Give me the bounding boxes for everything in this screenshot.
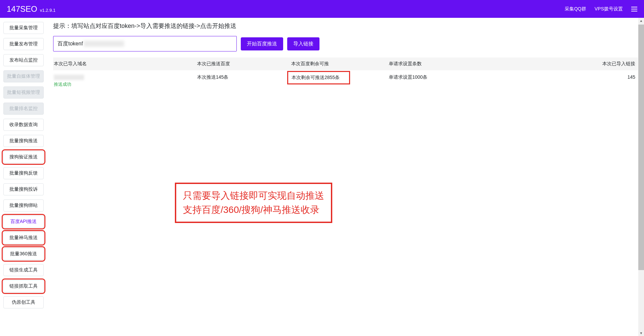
sidebar-item-video-manage: 批量短视频管理: [3, 86, 44, 99]
push-success-text: 推送成功: [54, 81, 197, 87]
sidebar-item-shenma-push[interactable]: 批量神马推送: [3, 232, 44, 244]
header: 147SEO v1.2.9.1 采集QQ群 VPS拨号设置: [0, 0, 644, 18]
sidebar-item-sogou-bind[interactable]: 批量搜狗绑站: [3, 199, 44, 212]
sidebar-item-sogou-complaint[interactable]: 批量搜狗投诉: [3, 183, 44, 195]
hamburger-menu-icon[interactable]: [631, 7, 637, 11]
import-links-button[interactable]: 导入链接: [287, 37, 319, 50]
main-content: 提示：填写站点对应百度token->导入需要推送的链接->点击开始推送 百度to…: [47, 18, 644, 336]
th-remaining: 本次百度剩余可推: [291, 61, 389, 67]
sidebar-item-batch-publish[interactable]: 批量发布管理: [3, 38, 44, 50]
header-right: 采集QQ群 VPS拨号设置: [565, 6, 637, 12]
sidebar-item-publish-monitor[interactable]: 发布站点监控: [3, 54, 44, 66]
sidebar-item-360-push[interactable]: 批量360推送: [3, 248, 44, 260]
vps-settings-link[interactable]: VPS拨号设置: [595, 6, 623, 12]
sidebar-item-batch-collect[interactable]: 批量采集管理: [3, 22, 44, 34]
annotation-line1: 只需要导入链接即可实现自动推送: [183, 189, 324, 203]
qq-group-link[interactable]: 采集QQ群: [565, 6, 586, 12]
td-domain: 推送成功: [53, 74, 197, 87]
sidebar-item-link-gen[interactable]: 链接生成工具: [3, 264, 44, 276]
app-version: v1.2.9.1: [40, 8, 55, 13]
results-table: 本次已导入域名 本次已推送百度 本次百度剩余可推 单请求设置条数 本次已导入链接…: [53, 58, 638, 89]
sidebar-item-rewrite-tool[interactable]: 伪原创工具: [3, 296, 44, 308]
th-pushed: 本次已推送百度: [197, 61, 291, 67]
header-left: 147SEO v1.2.9.1: [7, 4, 55, 14]
sidebar-item-rank-monitor: 批量排名监控: [3, 103, 44, 115]
table-header: 本次已导入域名 本次已推送百度 本次百度剩余可推 单请求设置条数 本次已导入链接: [53, 58, 638, 70]
sidebar-item-sogou-feedback[interactable]: 批量搜狗反馈: [3, 167, 44, 179]
domain-blurred: [54, 75, 84, 80]
token-blurred: [84, 41, 124, 47]
start-push-button[interactable]: 开始百度推送: [241, 37, 283, 50]
sidebar-item-baidu-api[interactable]: 百度API推送: [3, 216, 44, 228]
scrollbar-down-icon[interactable]: ▼: [638, 330, 644, 336]
th-per-request: 单请求设置条数: [389, 61, 585, 67]
app-title: 147SEO: [7, 4, 37, 14]
baidu-token-input[interactable]: 百度tokenf: [53, 36, 237, 51]
td-imported: 145: [585, 74, 638, 87]
controls-row: 百度tokenf 开始百度推送 导入链接: [53, 36, 638, 51]
table-row: 推送成功 本次推送145条 本次剩余可推送2855条 单请求设置1000条 14…: [53, 70, 638, 89]
sidebar-item-sogou-verify[interactable]: 搜狗验证推送: [3, 151, 44, 163]
annotation-line2: 支持百度/360/搜狗/神马推送收录: [183, 203, 324, 217]
scrollbar[interactable]: ▲ ▼: [638, 18, 644, 336]
td-remaining: 本次剩余可推送2855条: [291, 74, 389, 87]
scrollbar-up-icon[interactable]: ▲: [638, 18, 644, 24]
hint-text: 提示：填写站点对应百度token->导入需要推送的链接->点击开始推送: [53, 22, 638, 30]
th-domain: 本次已导入域名: [53, 61, 197, 67]
sidebar: 批量采集管理 批量发布管理 发布站点监控 批量自媒体管理 批量短视频管理 批量排…: [0, 18, 47, 336]
sidebar-item-index-query[interactable]: 收录数据查询: [3, 119, 44, 131]
remaining-highlight: 本次剩余可推送2855条: [287, 71, 350, 84]
scrollbar-thumb[interactable]: [638, 25, 644, 270]
td-per-request: 单请求设置1000条: [389, 74, 585, 87]
sidebar-item-media-manage: 批量自媒体管理: [3, 70, 44, 82]
annotation-box: 只需要导入链接即可实现自动推送 支持百度/360/搜狗/神马推送收录: [175, 183, 332, 223]
td-pushed: 本次推送145条: [197, 74, 291, 87]
th-imported: 本次已导入链接: [585, 61, 638, 67]
token-input-prefix: 百度tokenf: [58, 40, 83, 47]
sidebar-item-link-crawl[interactable]: 链接抓取工具: [3, 280, 44, 292]
sidebar-item-sogou-push[interactable]: 批量搜狗推送: [3, 135, 44, 147]
